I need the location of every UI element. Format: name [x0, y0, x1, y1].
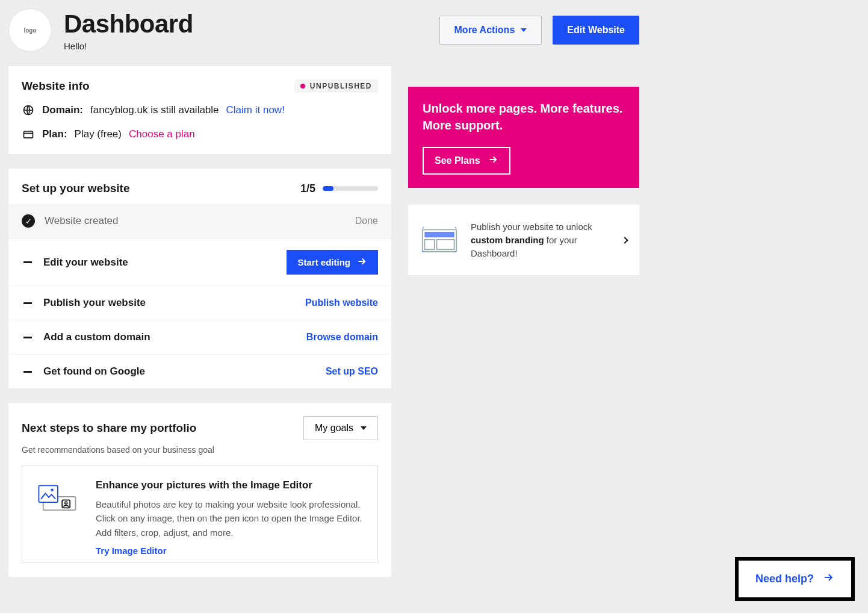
dash-icon	[22, 371, 34, 373]
domain-value: fancyblog.uk is still available	[90, 104, 219, 116]
setup-item-label: Publish your website	[43, 297, 146, 309]
setup-item-label: Website created	[45, 215, 119, 227]
see-plans-label: See Plans	[435, 155, 480, 166]
publish-hint-card[interactable]: Publish your website to unlock custom br…	[408, 205, 639, 275]
website-info-title: Website info	[22, 79, 90, 93]
more-actions-label: More Actions	[454, 25, 515, 36]
start-editing-button[interactable]: Start editing	[287, 250, 378, 275]
setup-item-seo: Get found on Google Set up SEO	[8, 354, 391, 388]
publish-hint-pre: Publish your website to unlock	[471, 222, 592, 232]
my-goals-label: My goals	[315, 423, 353, 434]
image-editor-icon	[34, 479, 79, 512]
status-badge: UNPUBLISHED	[294, 79, 378, 93]
edit-website-button[interactable]: Edit Website	[553, 16, 639, 45]
arrow-right-icon	[822, 571, 834, 587]
svg-rect-9	[424, 240, 434, 249]
setup-card: Set up your website 1/5 ✓ Website create…	[8, 169, 391, 388]
setup-title: Set up your website	[22, 182, 129, 195]
card-icon	[22, 128, 35, 141]
plan-label: Plan:	[42, 128, 67, 140]
chevron-down-icon	[521, 28, 527, 32]
svg-rect-3	[39, 485, 57, 502]
promo-card: Unlock more pages. More features. More s…	[408, 87, 639, 188]
need-help-button[interactable]: Need help?	[735, 557, 855, 601]
tip-title: Enhance your pictures with the Image Edi…	[96, 479, 365, 491]
svg-rect-10	[436, 240, 454, 249]
plan-row: Plan: Play (free) Choose a plan	[22, 128, 378, 141]
need-help-label: Need help?	[755, 573, 814, 585]
next-steps-card: Next steps to share my portfolio My goal…	[8, 403, 391, 577]
setup-item-publish: Publish your website Publish website	[8, 285, 391, 320]
setup-item-domain: Add a custom domain Browse domain	[8, 320, 391, 354]
promo-title: Unlock more pages. More features. More s…	[423, 100, 625, 134]
logo: logo	[8, 8, 52, 52]
progress-text: 1/5	[300, 182, 315, 195]
browser-window-icon	[420, 225, 459, 255]
see-plans-button[interactable]: See Plans	[423, 147, 510, 175]
try-image-editor-link[interactable]: Try Image Editor	[96, 546, 167, 556]
arrow-right-icon	[356, 256, 367, 269]
chevron-right-icon	[621, 237, 628, 243]
choose-plan-link[interactable]: Choose a plan	[129, 128, 195, 140]
arrow-right-icon	[488, 154, 498, 167]
setup-seo-link[interactable]: Set up SEO	[326, 366, 378, 377]
dash-icon	[22, 337, 34, 338]
setup-progress: 1/5	[300, 182, 378, 195]
status-dot-icon	[300, 84, 305, 89]
status-badge-label: UNPUBLISHED	[310, 82, 372, 90]
page-header: logo Dashboard Hello! More Actions Edit …	[8, 8, 639, 52]
publish-hint-text: Publish your website to unlock custom br…	[471, 220, 610, 260]
setup-item-status: Done	[355, 216, 378, 226]
tip-body: Beautiful photos are key to making your …	[96, 497, 365, 540]
edit-website-label: Edit Website	[567, 25, 625, 36]
dash-icon	[22, 302, 34, 304]
setup-item-label: Get found on Google	[43, 366, 145, 378]
plan-value: Play (free)	[75, 128, 122, 140]
dash-icon	[22, 261, 34, 263]
globe-icon	[22, 104, 35, 117]
svg-rect-8	[424, 232, 454, 237]
progress-bar	[323, 186, 378, 191]
website-info-card: Website info UNPUBLISHED Domain: fancybl…	[8, 66, 391, 154]
greeting: Hello!	[64, 41, 193, 51]
publish-hint-bold: custom branding	[471, 235, 544, 245]
claim-domain-link[interactable]: Claim it now!	[226, 104, 285, 116]
tip-box: Enhance your pictures with the Image Edi…	[22, 465, 378, 563]
next-steps-subtitle: Get recommendations based on your busine…	[8, 445, 391, 465]
domain-row: Domain: fancyblog.uk is still available …	[22, 104, 378, 117]
chevron-down-icon	[361, 426, 367, 430]
setup-item-edit: Edit your website Start editing	[8, 238, 391, 285]
svg-point-4	[51, 488, 54, 491]
start-editing-label: Start editing	[297, 257, 350, 267]
svg-rect-1	[24, 131, 33, 138]
setup-item-label: Edit your website	[43, 257, 128, 269]
my-goals-button[interactable]: My goals	[303, 416, 378, 440]
browse-domain-link[interactable]: Browse domain	[306, 332, 378, 343]
publish-website-link[interactable]: Publish website	[305, 297, 378, 308]
check-circle-icon: ✓	[22, 214, 35, 228]
setup-item-created: ✓ Website created Done	[8, 204, 391, 238]
progress-fill	[323, 186, 333, 191]
next-steps-title: Next steps to share my portfolio	[22, 422, 196, 435]
more-actions-button[interactable]: More Actions	[439, 16, 542, 45]
domain-label: Domain:	[42, 104, 83, 116]
setup-item-label: Add a custom domain	[43, 331, 150, 343]
page-title: Dashboard	[64, 10, 193, 39]
